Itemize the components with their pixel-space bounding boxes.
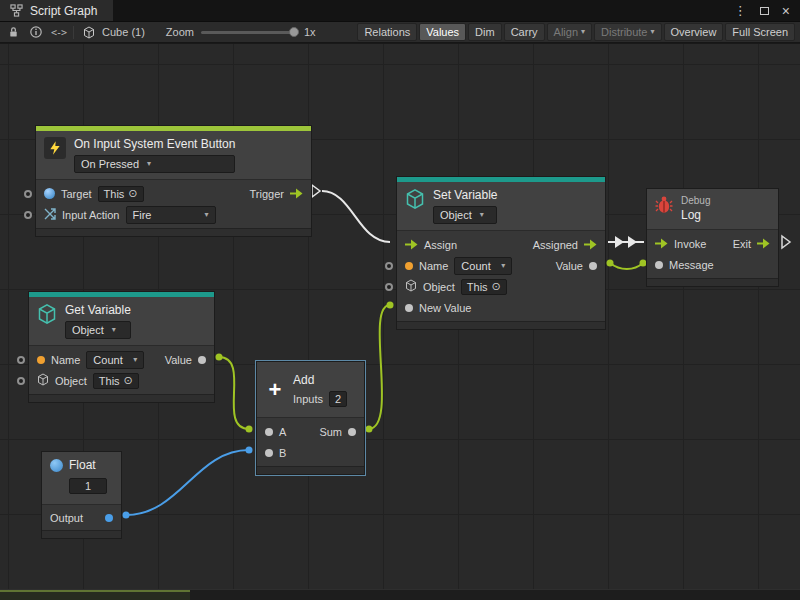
bottom-edge-accent <box>0 590 190 600</box>
wire-trigger-to-assign[interactable] <box>322 191 390 242</box>
trigger-output-port[interactable] <box>290 188 303 199</box>
distribute-button[interactable]: Distribute▾ <box>594 23 661 41</box>
cube-icon <box>37 373 49 388</box>
object-chip[interactable]: This ⊙ <box>93 373 139 389</box>
relations-button[interactable]: Relations <box>357 23 417 41</box>
variable-name-dropdown[interactable]: Count ▾ <box>454 257 512 275</box>
exit-output-port[interactable] <box>757 238 770 249</box>
align-button[interactable]: Align▾ <box>547 23 592 41</box>
maximize-icon[interactable] <box>760 7 769 15</box>
graph-target-label: Cube (1) <box>102 26 145 38</box>
variable-name-dot <box>37 356 45 364</box>
wire-endpoint <box>216 354 223 361</box>
invoke-input-port[interactable] <box>655 238 668 249</box>
a-input-port[interactable] <box>265 428 273 436</box>
object-chip[interactable]: This ⊙ <box>461 279 507 295</box>
sum-output-port[interactable] <box>348 428 356 436</box>
node-set-variable[interactable]: Set Variable Object ▾ Assign Assigned <box>396 176 606 330</box>
graph-target[interactable]: Cube (1) <box>81 24 145 40</box>
inputs-count-field[interactable]: 2 <box>329 391 347 407</box>
cube-icon <box>81 24 97 40</box>
variable-scope-dropdown[interactable]: Object ▾ <box>65 321 131 339</box>
node-subtitle: Debug <box>681 195 710 207</box>
node-get-variable[interactable]: Get Variable Object ▾ Name Count ▾ Value <box>28 291 215 403</box>
connection-values-icon[interactable]: <-> <box>51 27 66 38</box>
variable-scope-dropdown[interactable]: Object ▾ <box>433 206 497 224</box>
value-output-port[interactable] <box>589 262 597 270</box>
button-label: Dim <box>475 26 495 38</box>
wire-endpoint <box>607 260 614 267</box>
zoom-slider-knob[interactable] <box>289 27 299 37</box>
wire-endpoint <box>366 426 373 433</box>
node-on-input-system-event-button[interactable]: On Input System Event Button On Pressed … <box>35 125 312 237</box>
node-shadow <box>397 321 605 329</box>
node-debug-log[interactable]: Debug Log Invoke Exit Message <box>646 188 779 287</box>
node-title: Get Variable <box>65 303 131 318</box>
values-button[interactable]: Values <box>419 23 466 41</box>
input-action-port[interactable] <box>24 211 32 219</box>
new-value-input-port[interactable] <box>405 304 413 312</box>
object-input-port[interactable] <box>385 283 393 291</box>
port-label: Sum <box>319 426 342 438</box>
object-picker-icon: ⊙ <box>128 187 137 200</box>
close-icon[interactable]: × <box>782 3 790 19</box>
port-label: A <box>279 426 286 438</box>
wire-value-to-message[interactable] <box>610 263 643 269</box>
name-input-port[interactable] <box>385 262 393 270</box>
variable-name-dropdown[interactable]: Count ▾ <box>86 351 144 369</box>
wire-endpoint <box>246 447 253 454</box>
carry-button[interactable]: Carry <box>504 23 545 41</box>
zoom-slider[interactable] <box>201 31 297 34</box>
tab-title: Script Graph <box>30 4 97 18</box>
port-label: Invoke <box>674 238 706 250</box>
zoom-label: Zoom <box>166 26 194 38</box>
node-float[interactable]: Float 1 Output <box>41 451 122 539</box>
port-row-input-action: Input Action Fire ▾ <box>36 204 311 225</box>
graph-canvas[interactable]: On Input System Event Button On Pressed … <box>0 44 800 600</box>
port-row-name: Name Count ▾ Value <box>397 255 605 276</box>
wire-float-to-b[interactable] <box>126 450 249 515</box>
window-bottom-edge <box>0 589 800 600</box>
info-icon[interactable] <box>28 24 44 40</box>
button-label: Carry <box>511 26 538 38</box>
wire-getvalue-to-a[interactable] <box>219 357 249 429</box>
node-title: Float <box>69 458 96 473</box>
tab-script-graph[interactable]: Script Graph <box>0 0 113 21</box>
fullscreen-button[interactable]: Full Screen <box>725 23 795 41</box>
node-add[interactable]: + Add Inputs 2 A Sum B <box>256 361 365 475</box>
value-output-port[interactable] <box>198 356 206 364</box>
target-input-port[interactable] <box>24 190 32 198</box>
overview-button[interactable]: Overview <box>664 23 724 41</box>
dropdown-value: Object <box>440 208 472 222</box>
exit-continuation-arrow <box>782 236 790 248</box>
input-action-icon <box>44 208 56 222</box>
port-row-b: B <box>257 442 364 463</box>
flow-direction-arrow <box>615 236 624 248</box>
output-port[interactable] <box>105 514 113 522</box>
object-input-port[interactable] <box>17 377 25 385</box>
chevron-down-icon: ▾ <box>651 28 655 37</box>
input-action-dropdown[interactable]: Fire ▾ <box>126 206 216 224</box>
dropdown-value: On Pressed <box>81 157 139 171</box>
port-row-invoke: Invoke Exit <box>647 233 778 254</box>
window-menu-icon[interactable]: ⋮ <box>734 3 747 18</box>
b-input-port[interactable] <box>265 449 273 457</box>
float-value-field[interactable]: 1 <box>69 478 107 494</box>
chevron-down-icon: ▾ <box>581 28 585 37</box>
name-input-port[interactable] <box>17 356 25 364</box>
dim-button[interactable]: Dim <box>468 23 502 41</box>
assigned-output-port[interactable] <box>584 239 597 250</box>
inputs-label: Inputs <box>293 393 323 405</box>
port-row-object: Object This ⊙ <box>29 370 214 391</box>
port-label: B <box>279 447 286 459</box>
port-label: Value <box>556 260 583 272</box>
wire-start-arrow <box>312 185 320 197</box>
port-row-output: Output <box>42 507 121 528</box>
lock-icon[interactable] <box>5 24 21 40</box>
event-mode-dropdown[interactable]: On Pressed ▾ <box>74 155 235 173</box>
wire-sum-to-newvalue[interactable] <box>369 305 390 429</box>
target-object-chip[interactable]: This ⊙ <box>98 186 144 202</box>
chevron-down-icon: ▾ <box>501 259 505 273</box>
message-input-port[interactable] <box>655 261 663 269</box>
assign-input-port[interactable] <box>405 239 418 250</box>
